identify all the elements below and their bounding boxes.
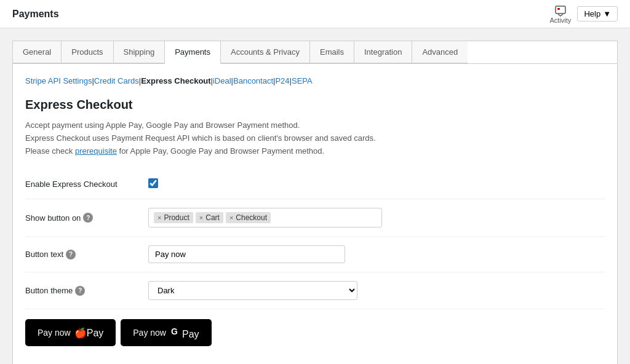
button-theme-input-cell: Dark Light Light-Outline	[148, 272, 605, 309]
tab-emails[interactable]: Emails	[310, 41, 354, 63]
button-text-input[interactable]	[148, 245, 345, 263]
svg-rect-0	[556, 6, 565, 14]
show-button-help-icon[interactable]: ?	[83, 213, 93, 223]
button-text-label: Button text ?	[25, 237, 148, 272]
google-pay-preview-button[interactable]: Pay now G Pay	[121, 319, 211, 346]
button-theme-help-icon[interactable]: ?	[75, 286, 85, 296]
apple-pay-text: Pay now	[38, 328, 71, 338]
tag-product-remove[interactable]: ×	[158, 214, 161, 221]
top-bar-right: Activity Help ▼	[550, 4, 618, 24]
enable-input-cell	[148, 170, 605, 199]
page-title: Payments	[12, 9, 59, 20]
enable-checkbox[interactable]	[148, 178, 158, 188]
sub-nav: Stripe API Settings | Credit Cards | Exp…	[25, 76, 605, 85]
button-theme-select[interactable]: Dark Light Light-Outline	[148, 281, 357, 300]
content-box: Stripe API Settings | Credit Cards | Exp…	[12, 63, 618, 364]
desc-line3-start: Please check	[25, 146, 73, 156]
section-description: Accept payment using Apple Pay, Google P…	[25, 119, 605, 157]
tag-checkout-remove[interactable]: ×	[229, 214, 233, 221]
subnav-sepa[interactable]: SEPA	[292, 76, 313, 85]
tag-cart-label: Cart	[205, 213, 220, 222]
show-button-input-cell: × Product × Cart × Checkout	[148, 199, 605, 237]
settings-form: Enable Express Checkout Show button on ?	[25, 170, 605, 309]
tab-products[interactable]: Products	[62, 41, 113, 63]
subnav-ideal[interactable]: iDeal	[213, 76, 231, 85]
top-bar: Payments Activity Help ▼	[0, 0, 630, 28]
tag-checkout: × Checkout	[226, 212, 271, 223]
google-pay-icon: G Pay	[170, 325, 199, 340]
tab-accounts-privacy[interactable]: Accounts & Privacy	[221, 41, 310, 63]
desc-line3-end: for Apple Pay, Google Pay and Browser Pa…	[119, 146, 325, 156]
button-text-row: Button text ?	[25, 237, 605, 272]
tag-checkout-label: Checkout	[236, 213, 267, 222]
tab-payments[interactable]: Payments	[165, 41, 221, 64]
section-title: Express Checkout	[25, 98, 605, 112]
subnav-bancontact[interactable]: Bancontact	[233, 76, 273, 85]
activity-label: Activity	[550, 17, 572, 24]
help-button[interactable]: Help ▼	[577, 6, 618, 22]
main-content: General Products Shipping Payments Accou…	[0, 28, 630, 364]
google-pay-text: Pay now	[133, 328, 166, 338]
subnav-express-checkout[interactable]: Express Checkout	[141, 76, 210, 85]
button-theme-row: Button theme ? Dark Light Light-Outline	[25, 272, 605, 309]
test-visibility-section: Test Visibility	[25, 355, 605, 364]
apple-pay-icon: 🍎Pay	[74, 327, 104, 339]
tab-advanced[interactable]: Advanced	[412, 41, 468, 63]
tag-input[interactable]: × Product × Cart × Checkout	[148, 208, 382, 228]
svg-rect-1	[557, 8, 560, 10]
apple-pay-preview-button[interactable]: Pay now 🍎Pay	[25, 319, 116, 346]
tab-integration[interactable]: Integration	[354, 41, 412, 63]
subnav-p24[interactable]: P24	[275, 76, 289, 85]
button-text-help-icon[interactable]: ?	[66, 250, 76, 259]
tab-shipping[interactable]: Shipping	[114, 41, 165, 63]
help-label: Help	[584, 9, 600, 18]
prerequisite-link[interactable]: prerequisite	[75, 146, 117, 156]
activity-button[interactable]: Activity	[550, 4, 572, 24]
subnav-credit-cards[interactable]: Credit Cards	[94, 76, 139, 85]
svg-text:G: G	[171, 326, 178, 336]
subnav-stripe-api[interactable]: Stripe API Settings	[25, 76, 92, 85]
tag-product-label: Product	[164, 213, 189, 222]
desc-line3: Please check prerequisite for Apple Pay,…	[25, 145, 605, 158]
tab-bar: General Products Shipping Payments Accou…	[12, 41, 618, 63]
desc-line2: Express Checkout uses Payment Request AP…	[25, 132, 605, 145]
button-text-input-cell	[148, 237, 605, 272]
show-button-row: Show button on ? × Product ×	[25, 199, 605, 237]
button-theme-label: Button theme ?	[25, 272, 148, 309]
tab-general[interactable]: General	[13, 41, 62, 63]
show-button-label: Show button on ?	[25, 199, 148, 237]
desc-line1: Accept payment using Apple Pay, Google P…	[25, 119, 605, 132]
enable-row: Enable Express Checkout	[25, 170, 605, 199]
preview-section: Pay now 🍎Pay Pay now G Pay	[25, 319, 605, 346]
enable-label: Enable Express Checkout	[25, 170, 148, 199]
help-chevron-icon: ▼	[603, 9, 611, 18]
tag-cart-remove[interactable]: ×	[199, 214, 203, 221]
tag-product: × Product	[154, 212, 193, 223]
activity-icon	[554, 4, 567, 17]
tag-cart: × Cart	[196, 212, 223, 223]
